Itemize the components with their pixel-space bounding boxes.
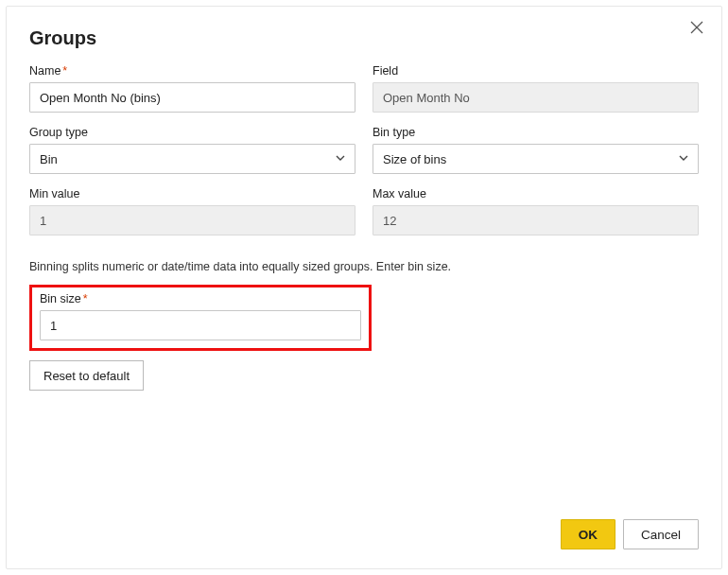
- field-max-value: Max value: [373, 187, 699, 235]
- field-label: Field: [373, 64, 699, 78]
- field-min-value: Min value: [29, 187, 355, 235]
- field-input: [373, 82, 699, 113]
- bin-size-input[interactable]: [40, 310, 361, 340]
- bin-size-label: Bin size*: [40, 292, 361, 305]
- dialog-footer: OK Cancel: [561, 519, 699, 549]
- reset-to-default-button[interactable]: Reset to default: [29, 360, 144, 391]
- ok-button[interactable]: OK: [561, 519, 615, 549]
- field-bin-type: Bin type: [373, 126, 699, 174]
- required-asterisk: *: [62, 64, 67, 78]
- group-type-select[interactable]: [29, 144, 355, 174]
- field-name: Name*: [29, 64, 355, 113]
- field-group-type: Group type: [29, 126, 355, 174]
- min-value-label: Min value: [29, 187, 355, 200]
- required-asterisk: *: [83, 292, 88, 305]
- bin-type-label: Bin type: [373, 126, 699, 139]
- close-icon: [690, 21, 703, 38]
- bin-size-label-text: Bin size: [40, 292, 81, 305]
- dialog-title: Groups: [29, 27, 699, 49]
- bin-type-select[interactable]: [373, 144, 699, 174]
- cancel-button[interactable]: Cancel: [623, 519, 699, 549]
- bin-size-highlight: Bin size*: [29, 285, 372, 351]
- binning-description: Binning splits numeric or date/time data…: [29, 260, 699, 273]
- max-value-label: Max value: [373, 187, 699, 200]
- field-field: Field: [373, 64, 699, 113]
- form-grid: Name* Field Group type Bin type: [29, 64, 699, 235]
- name-label-text: Name: [29, 64, 61, 78]
- group-type-label: Group type: [29, 126, 355, 139]
- groups-dialog: Groups Name* Field Group type B: [6, 6, 722, 569]
- name-input[interactable]: [29, 82, 355, 113]
- max-value-input: [373, 205, 699, 235]
- min-value-input: [29, 205, 355, 235]
- close-button[interactable]: [685, 18, 708, 41]
- name-label: Name*: [29, 64, 355, 78]
